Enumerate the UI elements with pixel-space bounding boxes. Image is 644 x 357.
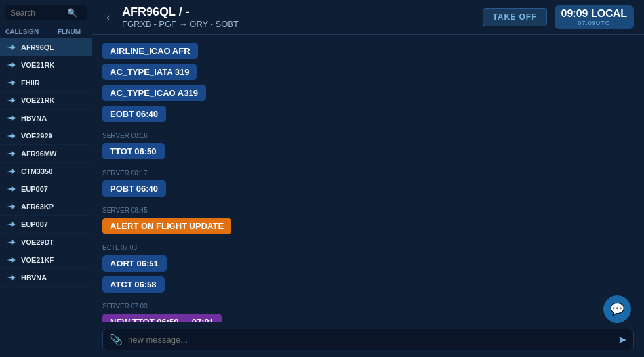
flnum-header: FLNUM (58, 28, 81, 35)
message-bubble: AIRLINE_ICAO AFR (102, 43, 198, 59)
sidebar: 🔍 CALLSIGN FLNUM AFR96QL VOE21RK (0, 0, 92, 357)
server-label: ECTL 07:03 (102, 244, 634, 251)
callsign-label: AFR96QL (21, 43, 54, 51)
plane-icon (5, 131, 17, 140)
search-box[interactable]: 🔍 (5, 5, 87, 20)
sidebar-item[interactable]: EUP007 (0, 216, 92, 234)
plane-icon (5, 255, 17, 264)
server-label: SERVER 08:45 (102, 207, 634, 214)
message-bubble: ALERT ON FLIGHT UPDATE (102, 218, 231, 234)
callsign-label: FHIIR (21, 79, 40, 87)
callsign-label: VOE21RK (21, 96, 54, 104)
sidebar-item[interactable]: VOE2929 (0, 127, 92, 145)
callsign-label: VOE29DT (21, 238, 54, 246)
callsign-label: AFR63KP (21, 203, 54, 211)
plane-icon (5, 273, 17, 282)
callsign-label: VOE21RK (21, 61, 54, 69)
plane-icon (5, 114, 17, 123)
sidebar-item[interactable]: VOE21RK (0, 92, 92, 110)
sidebar-item[interactable]: EUP007 (0, 180, 92, 198)
sidebar-item[interactable]: FHIIR (0, 74, 92, 92)
sidebar-item[interactable]: AFR63KP (0, 198, 92, 216)
plane-icon (5, 60, 17, 70)
callsign-label: VOE21KF (21, 256, 54, 264)
message-bubble: EOBT 06:40 (102, 106, 166, 122)
sidebar-item[interactable]: VOE21KF (0, 251, 92, 269)
callsign-label: CTM3350 (21, 167, 52, 175)
chat-area: AIRLINE_ICAO AFRAC_TYPE_IATA 319AC_TYPE_… (92, 35, 644, 322)
server-label: SERVER 00:16 (102, 132, 634, 139)
callsign-label: EUP007 (21, 220, 48, 228)
sidebar-item[interactable]: HBVNA (0, 110, 92, 127)
sidebar-item[interactable]: HBVNA (0, 269, 92, 287)
plane-icon (5, 78, 17, 87)
back-button[interactable]: ‹ (102, 9, 114, 26)
sidebar-item[interactable]: VOE29DT (0, 234, 92, 251)
message-input-area[interactable]: 📎 ➤ (102, 329, 634, 350)
callsign-label: VOE2929 (21, 132, 52, 140)
message-bubble: AORT 06:51 (102, 255, 167, 272)
message-input[interactable] (128, 335, 613, 345)
sidebar-item[interactable]: CTM3350 (0, 163, 92, 180)
flight-route: FGRXB - PGF → ORY - SOBT (122, 19, 475, 29)
message-bubble: AC_TYPE_ICAO A319 (102, 85, 206, 101)
attach-icon[interactable]: 📎 (110, 333, 123, 346)
callsign-label: AFR96MW (21, 150, 56, 158)
message-bubble: AC_TYPE_IATA 319 (102, 64, 197, 80)
sidebar-header: CALLSIGN FLNUM (0, 26, 92, 39)
flight-title: AFR96QL / - (122, 5, 475, 19)
search-icon: 🔍 (67, 8, 77, 18)
message-bubble: TTOT 06:50 (102, 143, 165, 159)
plane-icon (5, 238, 17, 247)
time-utc: 07:09UTC (561, 20, 627, 26)
callsign-label: HBVNA (21, 274, 47, 282)
flight-info: AFR96QL / - FGRXB - PGF → ORY - SOBT (122, 5, 475, 29)
sidebar-item[interactable]: AFR96MW (0, 145, 92, 163)
plane-icon (5, 149, 17, 158)
server-label: SERVER 00:17 (102, 169, 634, 177)
plane-icon (5, 167, 17, 176)
search-input[interactable] (10, 9, 63, 18)
callsign-header: CALLSIGN (5, 28, 58, 35)
message-bubble: ATCT 06:58 (102, 276, 165, 293)
plane-icon (5, 202, 17, 211)
chat-fab[interactable]: 💬 (603, 295, 631, 323)
send-icon[interactable]: ➤ (618, 333, 626, 346)
plane-icon (5, 43, 17, 52)
main-content: ‹ AFR96QL / - FGRXB - PGF → ORY - SOBT T… (92, 0, 644, 357)
time-badge: 09:09 LOCAL 07:09UTC (555, 5, 634, 29)
message-bubble: NEW TTOT 06:50 → 07:01 (102, 314, 222, 322)
sidebar-item[interactable]: VOE21RK (0, 56, 92, 74)
plane-icon (5, 96, 17, 105)
take-off-button[interactable]: TAKE OFF (483, 8, 546, 26)
server-label: SERVER 07:03 (102, 303, 634, 310)
plane-icon (5, 184, 17, 194)
plane-icon (5, 220, 17, 229)
flight-header: ‹ AFR96QL / - FGRXB - PGF → ORY - SOBT T… (92, 0, 644, 35)
fab-icon: 💬 (610, 302, 624, 316)
message-bubble: POBT 06:40 (102, 180, 166, 197)
callsign-label: EUP007 (21, 185, 48, 193)
sidebar-item[interactable]: AFR96QL (0, 39, 92, 56)
time-local: 09:09 LOCAL (561, 8, 627, 20)
callsign-label: HBVNA (21, 114, 47, 122)
